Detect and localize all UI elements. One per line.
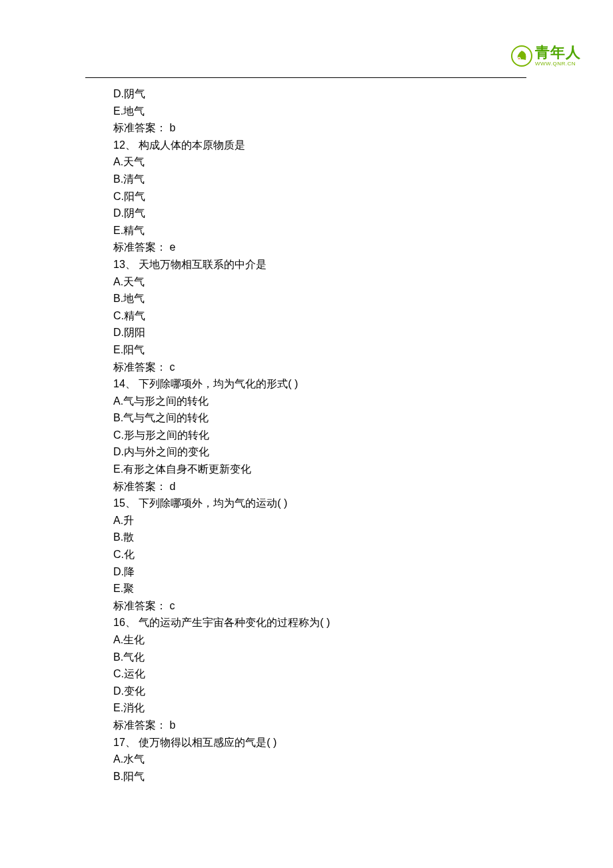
- text-line: D.降: [113, 563, 493, 581]
- text-line: E.消化: [113, 699, 493, 717]
- site-logo: 青年人 WWW.QNR.CN: [511, 45, 581, 67]
- text-line: 13、 天地万物相互联系的中介是: [113, 256, 493, 273]
- text-line: C.精气: [113, 307, 493, 325]
- logo-main-text: 青年人: [535, 45, 581, 60]
- text-line: E.阳气: [113, 341, 493, 359]
- text-line: D.阴阳: [113, 324, 493, 341]
- text-line: B.阳气: [113, 768, 493, 785]
- text-line: A.升: [113, 512, 493, 529]
- text-line: B.散: [113, 529, 493, 546]
- text-line: E.聚: [113, 580, 493, 597]
- text-line: C.阳气: [113, 188, 493, 205]
- text-line: A.生化: [113, 631, 493, 649]
- header-divider: [85, 77, 526, 78]
- text-line: B.清气: [113, 171, 493, 188]
- text-line: D.阴气: [113, 85, 493, 103]
- text-line: A.水气: [113, 751, 493, 768]
- leaf-logo-icon: [511, 45, 532, 67]
- text-line: 14、 下列除哪项外，均为气化的形式( ): [113, 375, 493, 393]
- text-line: B.地气: [113, 290, 493, 307]
- text-line: 标准答案： b: [113, 717, 493, 734]
- logo-sub-text: WWW.QNR.CN: [535, 61, 581, 67]
- text-line: 标准答案： c: [113, 597, 493, 615]
- text-line: A.天气: [113, 273, 493, 291]
- text-line: 12、 构成人体的本原物质是: [113, 137, 493, 154]
- text-line: C.形与形之间的转化: [113, 427, 493, 444]
- text-line: C.化: [113, 546, 493, 563]
- text-line: E.有形之体自身不断更新变化: [113, 461, 493, 478]
- text-line: C.运化: [113, 665, 493, 683]
- logo-text-group: 青年人 WWW.QNR.CN: [535, 45, 581, 67]
- text-line: B.气与气之间的转化: [113, 409, 493, 427]
- text-line: 标准答案： b: [113, 119, 493, 137]
- text-line: D.变化: [113, 683, 493, 700]
- document-page: 青年人 WWW.QNR.CN D.阴气 E.地气 标准答案： b 12、 构成人…: [0, 0, 613, 868]
- text-line: B.气化: [113, 649, 493, 666]
- text-line: D.阴气: [113, 205, 493, 222]
- text-line: E.地气: [113, 103, 493, 120]
- text-line: 16、 气的运动产生宇宙各种变化的过程称为( ): [113, 614, 493, 631]
- text-line: 标准答案： c: [113, 359, 493, 376]
- svg-point-2: [518, 58, 520, 59]
- text-line: 15、 下列除哪项外，均为气的运动( ): [113, 495, 493, 512]
- text-line: D.内与外之间的变化: [113, 443, 493, 461]
- text-line: 17、 使万物得以相互感应的气是( ): [113, 734, 493, 751]
- text-line: 标准答案： d: [113, 478, 493, 495]
- text-line: A.气与形之间的转化: [113, 393, 493, 410]
- text-line: 标准答案： e: [113, 239, 493, 256]
- text-line: E.精气: [113, 222, 493, 239]
- document-body: D.阴气 E.地气 标准答案： b 12、 构成人体的本原物质是 A.天气 B.…: [113, 85, 493, 785]
- text-line: A.天气: [113, 153, 493, 171]
